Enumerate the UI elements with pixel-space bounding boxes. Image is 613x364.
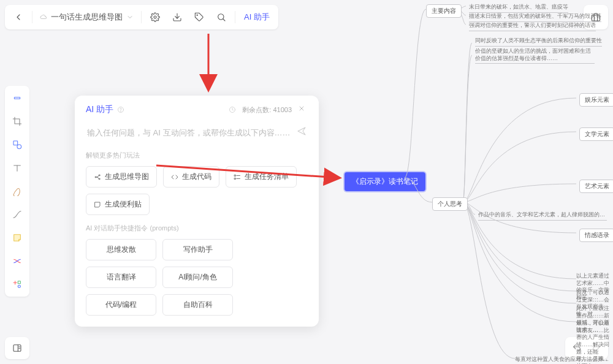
- svg-rect-6: [14, 97, 20, 99]
- sticky-icon: [94, 201, 101, 208]
- export-icon: [172, 12, 182, 22]
- ai-prompt-input[interactable]: [87, 128, 291, 137]
- chip-generate-tasklist[interactable]: 生成任务清单: [226, 166, 297, 188]
- tool-sticky[interactable]: [9, 229, 26, 246]
- chip-label: 生成便利贴: [105, 199, 142, 210]
- mindmap-node-personal-thoughts[interactable]: 个人思考: [432, 197, 468, 211]
- tool-more[interactable]: [9, 276, 26, 293]
- connector-icon: [12, 210, 22, 219]
- chip-brainstorm[interactable]: 思维发散: [86, 239, 156, 260]
- top-toolbar: 一句话生成思维导图 AI 助手: [5, 5, 278, 29]
- clock-icon: [229, 106, 236, 113]
- mindmap-leaf[interactable]: 末日带来的破坏，如洪水、地震、瘟疫等: [469, 3, 568, 13]
- chip-label: 语言翻译: [107, 272, 136, 282]
- send-button[interactable]: [297, 126, 306, 138]
- mindmap-leaf[interactable]: 同时反映了人类不顾生态平衡的后果和信仰的重要性: [475, 37, 602, 47]
- scissors-icon: [12, 256, 22, 266]
- divider: [235, 11, 235, 23]
- svg-point-2: [197, 15, 197, 15]
- search-icon: [216, 12, 226, 22]
- svg-point-18: [121, 111, 121, 112]
- svg-rect-7: [13, 141, 18, 145]
- tag-icon: [194, 12, 204, 22]
- chevron-down-icon: [126, 13, 134, 21]
- chip-label: AI顾问/角色: [178, 272, 217, 282]
- svg-rect-13: [13, 345, 21, 352]
- ai-assistant-link[interactable]: AI 助手: [240, 12, 273, 23]
- chip-label: 代码/编程: [105, 300, 137, 310]
- back-button[interactable]: [10, 9, 27, 26]
- search-button[interactable]: [213, 9, 230, 26]
- mindmap-leaf[interactable]: 作品中的音乐、文学和艺术元素，超人律师脱困的预感超越智……: [478, 211, 607, 221]
- chip-label: 生成代码: [182, 172, 211, 182]
- settings-button[interactable]: [147, 9, 164, 26]
- chip-label: 生成思维导图: [105, 172, 149, 182]
- mindmap-node-literature[interactable]: 文学元素: [579, 127, 613, 141]
- tool-mindmap[interactable]: [9, 252, 26, 270]
- mindmap-node-main-content[interactable]: 主要内容: [426, 4, 462, 18]
- tool-pen[interactable]: [9, 183, 26, 200]
- chip-label: 生成任务清单: [245, 172, 289, 182]
- mindmap-node-emotion[interactable]: 情感语录: [579, 229, 613, 242]
- chip-generate-code[interactable]: 生成代码: [163, 166, 219, 188]
- cloud-icon: [40, 13, 47, 21]
- shapes-icon: [12, 140, 22, 150]
- tool-select[interactable]: [9, 89, 26, 107]
- mindmap-leaf[interactable]: 强调对信仰的重要性，警示人们要时刻记得神的话语: [469, 21, 596, 31]
- chip-label: 写作助手: [183, 245, 213, 255]
- chip-generate-mindmap[interactable]: 生成思维导图: [86, 166, 157, 188]
- chip-encyclopedia[interactable]: 自助百科: [162, 294, 233, 316]
- svg-point-3: [218, 14, 224, 20]
- chip-label: 思维发散: [107, 245, 136, 255]
- mindmap-leaf[interactable]: 描述末日情景，包括灾难的破坏性、千军万马的毁灭等: [469, 12, 601, 22]
- divider: [141, 11, 142, 23]
- close-icon: [298, 105, 305, 112]
- tool-shape[interactable]: [9, 136, 26, 153]
- mindmap-node-art[interactable]: 艺术元素: [579, 180, 613, 193]
- help-icon[interactable]: [117, 106, 124, 113]
- sticky-note-icon: [12, 233, 22, 243]
- close-button[interactable]: [298, 105, 308, 115]
- plus-shapes-icon: [12, 279, 22, 289]
- tool-frame[interactable]: [9, 113, 26, 130]
- svg-point-0: [154, 16, 156, 18]
- code-icon: [171, 173, 178, 181]
- ai-panel-title-text: AI 助手: [86, 104, 113, 115]
- section-header-popular: 解锁更多热门玩法: [86, 151, 308, 160]
- ai-panel-title: AI 助手: [86, 104, 124, 115]
- checklist-icon: [234, 173, 241, 181]
- gear-icon: [150, 12, 160, 22]
- panel-toggle-button[interactable]: [5, 337, 29, 359]
- tool-text[interactable]: [9, 159, 26, 176]
- chip-translate[interactable]: 语言翻译: [86, 267, 156, 288]
- chip-generate-sticky[interactable]: 生成便利贴: [86, 194, 150, 215]
- tag-button[interactable]: [191, 9, 208, 26]
- panel-icon: [12, 343, 22, 353]
- svg-line-4: [223, 19, 225, 21]
- chip-coding[interactable]: 代码/编程: [86, 294, 156, 316]
- crop-icon: [12, 116, 22, 126]
- chip-ai-role[interactable]: AI顾问/角色: [162, 267, 233, 288]
- mindmap-leaf[interactable]: 价值的坚硬如人的生活的挑战，面对困难和生活价值的估算强烈是每位读者得……: [475, 48, 595, 64]
- points-remaining: 剩余点数: 41003: [242, 105, 292, 115]
- pen-icon: [12, 186, 22, 196]
- mindmap-icon: [94, 173, 101, 181]
- svg-point-8: [17, 145, 21, 149]
- svg-rect-27: [235, 178, 236, 179]
- chip-label: 自助百科: [183, 300, 213, 310]
- document-title-dropdown[interactable]: 一句话生成思维导图: [37, 12, 136, 23]
- send-icon: [297, 126, 306, 136]
- tool-connector[interactable]: [9, 206, 26, 223]
- mindmap-node-entertainment[interactable]: 娱乐元素: [579, 93, 613, 107]
- svg-rect-12: [18, 281, 20, 284]
- section-header-prompts: AI 对话助手快捷指令 (prompts): [86, 224, 308, 233]
- left-toolbar: [5, 86, 29, 297]
- ai-assistant-panel: AI 助手 剩余点数: 41003 解锁更多热门玩法 生成思维导图 生成代码 生…: [75, 96, 319, 327]
- mindmap-leaf[interactable]: 每直对这种置人美食的应对方法公开探究设计的主业和……: [515, 355, 613, 364]
- chip-writing-helper[interactable]: 写作助手: [162, 239, 233, 260]
- divider: [32, 11, 32, 23]
- export-button[interactable]: [169, 9, 186, 26]
- document-title: 一句话生成思维导图: [51, 12, 123, 23]
- svg-point-11: [18, 285, 20, 287]
- mindmap-root-node[interactable]: 《启示录》读书笔记: [345, 172, 425, 191]
